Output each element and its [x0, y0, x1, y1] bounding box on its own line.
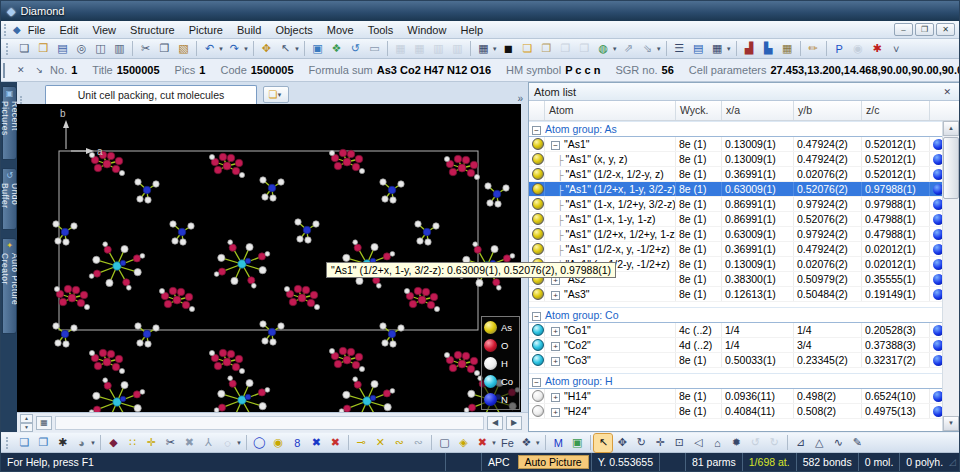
- select-mode-dropdown-icon[interactable]: ▼: [294, 46, 300, 52]
- fill-cell-icon[interactable]: ◈: [454, 434, 472, 452]
- scroll-down-icon[interactable]: ▼: [943, 416, 959, 431]
- table-row[interactable]: −"As1"8e (1)0.13009(1)0.47924(2)0.52012(…: [529, 137, 942, 152]
- add-atom-group-icon[interactable]: ∷: [123, 434, 141, 452]
- expand-icon[interactable]: +: [551, 291, 560, 300]
- expand-icon[interactable]: +: [551, 357, 560, 366]
- export-picture-dropdown-icon[interactable]: ▼: [656, 46, 662, 52]
- packing-tool-dropdown-icon[interactable]: ▼: [535, 440, 541, 446]
- new-picture-button[interactable]: ❏▼: [263, 86, 289, 103]
- spin-tool-icon[interactable]: ✹: [727, 434, 745, 452]
- powder-p-icon[interactable]: P: [830, 40, 848, 58]
- orbit-tool-icon[interactable]: ✥: [613, 434, 631, 452]
- translate-tool-icon[interactable]: ✛: [651, 434, 669, 452]
- zoom-tool-icon[interactable]: ◕: [73, 434, 91, 452]
- table-row[interactable]: +"Co1"4c (..2)1/41/40.20528(3): [529, 323, 942, 338]
- menu-item-build[interactable]: Build: [230, 23, 268, 37]
- measure-distance-icon[interactable]: ⊿: [791, 434, 809, 452]
- packing-tool-icon[interactable]: ❖: [517, 434, 535, 452]
- menu-item-view[interactable]: View: [85, 23, 123, 37]
- blank-picture-icon[interactable]: ▭: [365, 40, 383, 58]
- column-header-atom[interactable]: Atom: [545, 101, 676, 120]
- save-document-icon[interactable]: ▤: [54, 40, 72, 58]
- column-header-yb[interactable]: y/b: [794, 101, 862, 120]
- table-row[interactable]: ├"As1" (1-x, 1/2+y, 3/2-z)8e (1)0.86991(…: [529, 197, 942, 212]
- collapse-icon[interactable]: −: [532, 312, 541, 321]
- spin-up-icon[interactable]: ▲: [20, 414, 33, 423]
- new-document-icon[interactable]: ❏: [16, 40, 34, 58]
- properties-wizard-icon[interactable]: ✏: [804, 40, 822, 58]
- table-row[interactable]: ├"As1" (1/2-x, 1/2-y, z)8e (1)0.36991(1)…: [529, 167, 942, 182]
- close-dataset-icon[interactable]: ✕: [13, 64, 29, 76]
- atom-list-scrollbar[interactable]: ▲ ▼: [942, 121, 959, 431]
- hbond-donor-icon[interactable]: ∾: [390, 434, 408, 452]
- polyhedron-filled-icon[interactable]: ◉: [269, 434, 287, 452]
- menu-item-objects[interactable]: Objects: [268, 23, 319, 37]
- polyhedron-outline-icon[interactable]: ◯: [250, 434, 268, 452]
- menu-item-picture[interactable]: Picture: [182, 23, 230, 37]
- column-header-xa[interactable]: x/a: [722, 101, 794, 120]
- data-sheet-icon[interactable]: ▦: [778, 40, 796, 58]
- picture-grid-icon[interactable]: ▦: [36, 416, 52, 430]
- print-preview-icon[interactable]: ◫: [92, 40, 110, 58]
- table-row[interactable]: ├"As1" (1-x, 1-y, 1-z)8e (1)0.86991(1)0.…: [529, 212, 942, 227]
- menu-item-tools[interactable]: Tools: [361, 23, 401, 37]
- table-row[interactable]: ├"As1" (1/2+x, 1/2+y, 1-z)8e (1)0.63009(…: [529, 227, 942, 242]
- open-document-icon[interactable]: ❒: [35, 40, 53, 58]
- undo-icon[interactable]: ↶: [201, 40, 219, 58]
- insert-atom-icon[interactable]: ✛: [142, 434, 160, 452]
- export-picture-icon[interactable]: ⇘: [638, 40, 656, 58]
- page-left-icon[interactable]: ◀: [487, 416, 503, 430]
- powder-pattern-icon[interactable]: ▙: [759, 40, 777, 58]
- minimize-button[interactable]: –: [894, 23, 913, 36]
- fe-bond-tool-icon[interactable]: Fe: [498, 434, 516, 452]
- scroll-up-icon[interactable]: ▲: [943, 121, 959, 136]
- break-bonds-icon[interactable]: ✖: [307, 434, 325, 452]
- tab-overflow-chevron[interactable]: »: [517, 93, 523, 104]
- table-row[interactable]: +"H24"8e (1)0.4084(11)0.508(2)0.4975(13): [529, 404, 942, 419]
- table-row[interactable]: ├"As1" (1/2-x, y, -1/2+z)8e (1)0.36991(1…: [529, 242, 942, 257]
- table-row[interactable]: ├"As1" (1/2+x, 1-y, 3/2-z)8e (1)0.63009(…: [529, 182, 942, 197]
- measure-properties-icon[interactable]: ✎: [848, 434, 866, 452]
- new-structure-picture-icon[interactable]: ❏: [518, 40, 536, 58]
- split-pane-icon[interactable]: ▤: [689, 40, 707, 58]
- atom-group-header[interactable]: −Atom group: As: [529, 121, 942, 137]
- expand-icon[interactable]: −: [551, 141, 560, 150]
- expand-icon[interactable]: +: [551, 327, 560, 336]
- close-button[interactable]: ✕: [936, 23, 955, 36]
- expand-icon[interactable]: +: [551, 408, 560, 417]
- add-atom-icon[interactable]: ◆: [104, 434, 122, 452]
- table-row[interactable]: +"H14"8e (1)0.0936(11)0.498(2)0.6524(10): [529, 389, 942, 404]
- menu-item-structure[interactable]: Structure: [123, 23, 182, 37]
- table-pane-dropdown-icon[interactable]: ▼: [726, 46, 732, 52]
- paste-icon[interactable]: ▧: [175, 40, 193, 58]
- structure-canvas[interactable]: b a AsOHCoN: [17, 104, 521, 412]
- hbond-acceptor-icon[interactable]: ∾: [409, 434, 427, 452]
- m-tool-icon[interactable]: M: [549, 434, 567, 452]
- panel-close-icon[interactable]: ✕: [940, 87, 954, 97]
- sidebar-tab-undo-buffer[interactable]: ↺Undo Buffer: [2, 168, 17, 230]
- coordination-icon[interactable]: ◌: [218, 434, 236, 452]
- atom-group-header[interactable]: −Atom group: H: [529, 373, 942, 389]
- menu-item-file[interactable]: File: [21, 23, 53, 37]
- column-header-wyck[interactable]: Wyck.: [676, 101, 722, 120]
- menu-item-move[interactable]: Move: [320, 23, 361, 37]
- new-picture-icon[interactable]: ▣: [308, 40, 326, 58]
- expand-icon[interactable]: +: [551, 393, 560, 402]
- zoom-tool-dropdown-icon[interactable]: ▼: [90, 440, 96, 446]
- measure-torsion-icon[interactable]: ∿: [829, 434, 847, 452]
- table-row[interactable]: +"Co2"4d (..2)1/43/40.37388(3): [529, 338, 942, 353]
- picture-viewer-icon[interactable]: ▣: [568, 434, 586, 452]
- create-bond-icon[interactable]: ⊸: [352, 434, 370, 452]
- column-header-zc[interactable]: z/c: [862, 101, 930, 120]
- cut-icon[interactable]: ✂: [137, 40, 155, 58]
- page-right-icon[interactable]: ▶: [506, 416, 522, 430]
- pan-mode-icon[interactable]: ✥: [257, 40, 275, 58]
- table-row[interactable]: ├"As1" (x, y, z)8e (1)0.13009(1)0.47924(…: [529, 152, 942, 167]
- list-pane-icon[interactable]: ☰: [670, 40, 688, 58]
- send-picture-icon[interactable]: ⇗: [619, 40, 637, 58]
- bond-network-icon[interactable]: ✕: [371, 434, 389, 452]
- grid-options-dropdown-icon[interactable]: ▼: [492, 46, 498, 52]
- unit-cell-tool-icon[interactable]: ▢: [435, 434, 453, 452]
- atom-group-header[interactable]: −Atom group: Co: [529, 307, 942, 323]
- render-picture-icon[interactable]: ◼: [499, 40, 517, 58]
